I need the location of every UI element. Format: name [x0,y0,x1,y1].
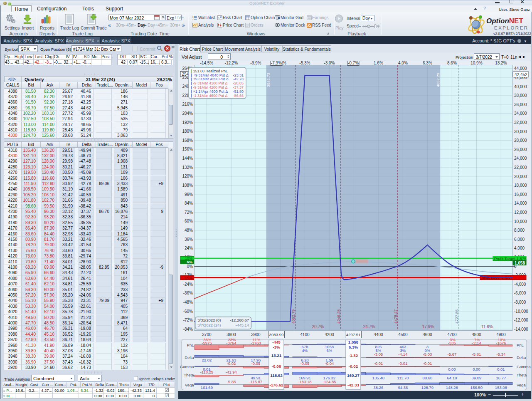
svg-text:-5.88: -5.88 [227,379,236,384]
svg-text:18,000: 18,000 [514,183,527,188]
svg-text:192%: 192% [182,120,193,125]
svg-text:24.7%: 24.7% [363,324,375,329]
svg-text:-445.14: -445.14 [236,323,249,327]
svg-text:Vega: Vega [185,383,194,387]
svg-text:4900: 4900 [496,332,506,337]
svg-text:36,000: 36,000 [514,102,527,107]
svg-text:-84%: -84% [183,327,193,332]
svg-text:96%: 96% [185,192,193,197]
svg-text:-0.06: -0.06 [272,364,281,369]
svg-text:-37.37: -37.37 [233,85,244,89]
svg-text:-1114: -1114 [472,341,481,345]
svg-text:-5975: -5975 [202,341,212,345]
svg-text:13.2%: 13.2% [495,61,507,65]
svg-text:44,000: 44,000 [514,66,527,71]
svg-text:132%: 132% [182,165,193,170]
svg-text:-9 31Mar 4100 Put Δ: -9 31Mar 4100 Put Δ [193,81,228,85]
svg-text:-0.02: -0.02 [227,361,236,366]
svg-text:-124.85: -124.85 [323,379,336,384]
svg-text:0.00: 0.00 [473,367,480,371]
svg-text:-23.31: -23.31 [233,73,244,77]
svg-text:-12,000: -12,000 [514,318,528,322]
svg-text:0.00: 0.00 [448,367,456,371]
svg-text:6%: 6% [187,260,192,264]
svg-text:-0.01: -0.01 [399,361,408,366]
svg-text:24%: 24% [185,246,193,250]
svg-text:4600: 4600 [423,332,432,337]
svg-text:180%: 180% [182,129,193,134]
svg-text:168%: 168% [182,138,193,143]
svg-text:-14,000: -14,000 [514,327,528,332]
svg-text:34,000: 34,000 [514,111,527,116]
svg-text:-12.2%: -12.2% [225,61,238,65]
svg-text:11.6%: 11.6% [481,324,493,329]
svg-text:-0.05: -0.05 [251,361,261,366]
svg-text:Profit Target 1,875: Profit Target 1,875 [494,256,526,261]
svg-text:0%: 0% [187,264,193,269]
svg-text:3942.73: 3942.73 [266,73,271,87]
svg-text:64.18: 64.18 [447,376,457,380]
svg-text:-28.05: -28.05 [233,81,244,85]
svg-text:20.7%: 20.7% [312,324,324,329]
svg-text:-0.02: -0.02 [349,364,358,369]
svg-text:204%: 204% [182,111,193,116]
svg-text:-6,000: -6,000 [514,291,526,295]
svg-text:-41.94: -41.94 [226,370,237,374]
svg-text:17.9%: 17.9% [422,324,434,329]
svg-text:-24%: -24% [183,282,193,287]
svg-text:38.26: 38.26 [374,385,384,390]
svg-text:3/7/2022 (24): 3/7/2022 (24) [197,323,221,327]
svg-text:216%: 216% [182,102,193,106]
svg-text:4246.28: 4246.28 [336,309,341,324]
svg-text:3983.99: 3983.99 [269,332,284,337]
svg-text:94.36: 94.36 [398,385,408,390]
svg-text:88.60: 88.60 [423,376,433,380]
svg-text:-3764: -3764 [226,341,236,345]
svg-text:Delta: Delta [517,355,526,360]
svg-text:-15%: -15% [183,275,193,280]
svg-text:135.48: 135.48 [372,376,384,380]
svg-text:30,000: 30,000 [514,129,527,134]
svg-text:-3%: -3% [273,345,280,349]
svg-text:-1 31Mar 4600 Put Δ: -1 31Mar 4600 Put Δ [193,94,228,98]
svg-text:42,452: 42,452 [515,72,527,77]
svg-text:160.27: 160.27 [347,373,360,378]
svg-text:-48%: -48% [183,300,193,304]
svg-text:13.21: 13.21 [271,353,282,358]
svg-text:-3.05: -3.05 [374,352,383,356]
svg-text:+9 31Mar 4040 Put Δ: +9 31Mar 4040 Put Δ [193,73,229,77]
svg-text:101.69: 101.69 [201,385,213,390]
svg-text:4727.86: 4727.86 [454,309,459,324]
svg-text:-5.34: -5.34 [497,352,506,356]
svg-text:-3.0%: -3.0% [324,61,335,65]
svg-text:22,000: 22,000 [514,165,527,170]
svg-text:151.00 Realized PnL: 151.00 Realized PnL [193,69,228,73]
svg-text:-42.78: -42.78 [233,77,244,81]
svg-text:+1 14Apr 4600 Put Δ: +1 14Apr 4600 Put Δ [193,89,228,94]
svg-text:Gamma: Gamma [180,364,195,369]
svg-text:-9 31Mar 4200 Put Δ: -9 31Mar 4200 Put Δ [193,85,228,89]
svg-text:156.50: 156.50 [470,385,483,390]
svg-text:-445: -445 [272,340,281,344]
svg-text:-4.14: -4.14 [399,352,408,356]
svg-text:-72%: -72% [183,318,193,322]
svg-text:-0.7%: -0.7% [348,61,359,65]
svg-text:12,000: 12,000 [514,210,527,215]
svg-text:-1760: -1760 [251,341,261,345]
svg-text:24,000: 24,000 [514,156,527,161]
svg-text:-10,000: -10,000 [514,309,528,314]
svg-text:-5.3%: -5.3% [299,61,310,65]
svg-text:-14.5%: -14.5% [200,61,214,65]
svg-text:72%: 72% [185,210,193,215]
svg-text:0.01: 0.01 [497,367,505,371]
svg-text:32,000: 32,000 [514,120,527,125]
svg-text:28,000: 28,000 [514,138,527,143]
svg-text:6,000: 6,000 [514,237,525,242]
svg-text:10.9%: 10.9% [470,61,482,65]
svg-text:8,000: 8,000 [514,228,525,233]
svg-text:-36%: -36% [183,291,193,295]
svg-text:-0.05: -0.05 [300,361,310,366]
svg-text:-81.80: -81.80 [233,89,244,94]
svg-text:-535: -535 [448,341,456,345]
svg-text:40,000: 40,000 [514,84,527,89]
